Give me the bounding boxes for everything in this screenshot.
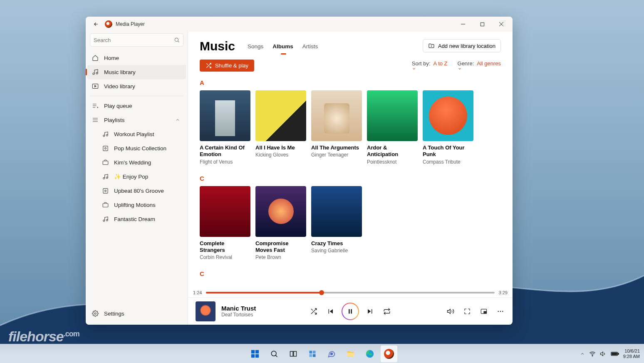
album-card[interactable]: A Touch Of Your PunkCompass Tribute <box>423 90 473 165</box>
playlist-item[interactable]: ✨ Enjoy Pop <box>87 169 186 184</box>
playlist-item[interactable]: Upbeat 80's Groove <box>87 184 186 198</box>
svg-rect-33 <box>313 351 316 353</box>
taskbar-media-player[interactable] <box>381 346 397 362</box>
fullscreen-button[interactable] <box>463 307 472 316</box>
album-title: Ardor & Anticipation <box>367 144 418 158</box>
album-card[interactable]: All I Have Is MeKicking Gloves <box>255 90 306 165</box>
maximize-button[interactable] <box>473 17 492 32</box>
add-library-button[interactable]: Add new library location <box>423 39 501 52</box>
repeat-button[interactable] <box>382 307 391 316</box>
previous-button[interactable] <box>326 307 335 316</box>
sidebar-item-home[interactable]: Home <box>87 51 186 65</box>
taskbar-widgets[interactable] <box>304 346 321 362</box>
svg-point-2 <box>93 73 94 75</box>
minimize-button[interactable] <box>453 17 473 32</box>
tab-artists[interactable]: Artists <box>302 43 318 54</box>
playlist-icon <box>102 188 109 194</box>
search-icon <box>174 37 180 43</box>
playlist-label: Workout Playlist <box>114 131 154 137</box>
tray-clock[interactable]: 10/6/21 9:28 AM <box>623 348 640 358</box>
svg-rect-7 <box>103 146 107 150</box>
svg-point-16 <box>106 219 108 221</box>
playlist-label: Uplifting Motions <box>114 202 156 208</box>
playlist-label: Fantastic Dream <box>114 216 155 222</box>
sidebar: HomeMusic libraryVideo library Play queu… <box>86 32 188 325</box>
pause-button[interactable] <box>342 303 358 319</box>
playlist-item[interactable]: Fantastic Dream <box>87 212 186 226</box>
tab-albums[interactable]: Albums <box>272 43 293 54</box>
now-playing-artist: Deaf Tortoises <box>221 312 256 318</box>
album-card[interactable]: All The ArgumentsGinger Teenager <box>311 90 362 165</box>
svg-rect-18 <box>349 309 350 313</box>
section-letter: C <box>200 175 501 182</box>
album-card[interactable]: A Certain Kind Of EmotionFlight of Venus <box>200 90 250 165</box>
svg-rect-42 <box>612 353 617 355</box>
search-box[interactable] <box>90 33 183 47</box>
volume-button[interactable] <box>446 307 455 316</box>
svg-rect-27 <box>251 354 255 357</box>
taskbar-edge[interactable] <box>362 346 378 362</box>
tray-volume-icon[interactable] <box>600 351 607 357</box>
more-button[interactable] <box>496 307 505 316</box>
svg-rect-32 <box>310 351 312 353</box>
taskbar-explorer[interactable] <box>342 346 359 362</box>
playlist-item[interactable]: Pop Music Collection <box>87 141 186 155</box>
album-card[interactable]: Ardor & AnticipationPointlessknot <box>367 90 418 165</box>
total-time: 3:29 <box>499 290 508 295</box>
svg-rect-26 <box>255 350 259 353</box>
taskbar-chat[interactable] <box>323 346 340 362</box>
sidebar-item-playlists[interactable]: Playlists <box>87 113 186 127</box>
sidebar-item-settings[interactable]: Settings <box>87 306 186 321</box>
playlist-icon <box>102 131 109 137</box>
sort-dropdown[interactable]: Sort by: A to Z <box>412 60 448 71</box>
now-playing-art[interactable] <box>196 301 215 321</box>
section-letter: C <box>200 270 501 277</box>
sidebar-item-video-library[interactable]: Video library <box>87 79 186 93</box>
taskbar-search[interactable] <box>266 346 282 362</box>
taskbar-start[interactable] <box>247 346 263 362</box>
taskbar-taskview[interactable] <box>285 346 302 362</box>
svg-rect-9 <box>103 161 108 164</box>
album-title: A Certain Kind Of Emotion <box>200 144 250 158</box>
miniplayer-button[interactable] <box>479 307 488 316</box>
tray-chevron-icon[interactable] <box>580 351 585 356</box>
svg-point-13 <box>104 190 106 191</box>
playlist-item[interactable]: Workout Playlist <box>87 127 186 141</box>
scroll-area[interactable]: AA Certain Kind Of EmotionFlight of Venu… <box>188 77 513 288</box>
next-button[interactable] <box>366 307 375 316</box>
svg-point-11 <box>106 177 108 179</box>
genre-dropdown[interactable]: Genre: All genres <box>458 60 501 71</box>
section-letter: A <box>200 79 501 86</box>
tray-wifi-icon[interactable] <box>589 351 596 357</box>
shuffle-button[interactable] <box>309 307 318 316</box>
album-artist: Compass Tribute <box>423 159 473 165</box>
playlist-icon <box>102 202 109 208</box>
search-input[interactable] <box>94 37 174 43</box>
album-artist: Flight of Venus <box>200 159 250 165</box>
progress-track[interactable] <box>206 292 494 293</box>
tray-battery-icon[interactable] <box>611 351 619 356</box>
album-card[interactable]: Compromise Moves FastPete Brown <box>255 186 306 261</box>
album-card[interactable]: Crazy TimesSaving Gabrielle <box>311 186 362 261</box>
tab-songs[interactable]: Songs <box>248 43 263 54</box>
album-art <box>200 90 250 141</box>
playlist-item[interactable]: Uplifting Motions <box>87 198 186 212</box>
main-content: Music SongsAlbumsArtists Add new library… <box>188 32 513 325</box>
album-artist: Kicking Gloves <box>255 152 306 158</box>
playlist-item[interactable]: Kim's Wedding <box>87 155 186 169</box>
progress-bar[interactable]: 1:24 3:29 <box>188 288 513 297</box>
playlists-icon <box>92 117 99 123</box>
elapsed-time: 1:24 <box>193 290 202 295</box>
sidebar-item-play-queue[interactable]: Play queue <box>87 99 186 113</box>
chevron-up-icon <box>175 117 180 122</box>
shuffle-play-button[interactable]: Shuffle & play <box>200 60 254 72</box>
svg-rect-21 <box>484 311 486 313</box>
svg-point-17 <box>94 313 96 314</box>
back-button[interactable] <box>91 19 102 30</box>
taskbar: 10/6/21 9:28 AM <box>0 344 644 363</box>
svg-rect-19 <box>351 309 352 313</box>
album-card[interactable]: Complete StrangersCorbin Revival <box>200 186 250 261</box>
sidebar-item-music-library[interactable]: Music library <box>87 65 186 79</box>
close-button[interactable] <box>492 17 511 32</box>
svg-rect-0 <box>481 22 484 26</box>
